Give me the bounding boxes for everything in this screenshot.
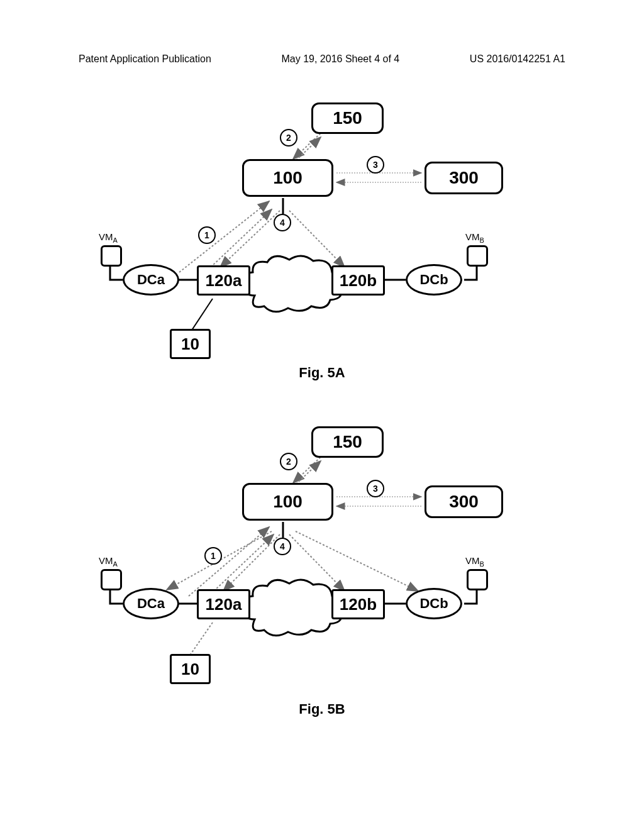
box-120a: 120a — [197, 589, 250, 619]
svg-line-23 — [190, 622, 213, 655]
step-1: 1 — [204, 547, 222, 565]
ellipse-dca: DCa — [123, 264, 179, 296]
svg-line-9 — [192, 299, 213, 330]
vm-a-box — [101, 569, 122, 590]
vm-a-label: VMA — [99, 555, 118, 568]
box-10: 10 — [170, 329, 211, 359]
ellipse-dcb: DCb — [406, 264, 462, 296]
svg-line-12 — [293, 455, 323, 483]
step-4: 4 — [274, 538, 291, 555]
figure-5a: 150 100 300 120a 120b 10 DCa DCb VMA VMB… — [0, 91, 644, 368]
step-2: 2 — [280, 453, 297, 470]
box-150: 150 — [311, 426, 384, 458]
vm-b-label: VMB — [465, 231, 484, 244]
cloud-shape — [239, 255, 346, 317]
header-right: US 2016/0142251 A1 — [470, 53, 565, 65]
step-1: 1 — [198, 226, 216, 244]
figure-5a-label: Fig. 5A — [299, 365, 345, 381]
header-left: Patent Application Publication — [79, 53, 211, 65]
vm-b-box — [467, 569, 488, 590]
ellipse-dca: DCa — [123, 588, 179, 619]
cloud-shape — [239, 578, 346, 641]
vm-a-label: VMA — [99, 231, 118, 244]
vm-b-box — [467, 245, 488, 267]
vm-b-label: VMB — [465, 555, 484, 568]
step-3: 3 — [367, 480, 384, 497]
figure-5b: 150 100 300 120a 120b 10 DCa DCb VMA VMB… — [0, 415, 644, 704]
box-100: 100 — [242, 483, 333, 521]
box-100: 100 — [242, 159, 333, 197]
header-center: May 19, 2016 Sheet 4 of 4 — [281, 53, 399, 65]
figure-5b-label: Fig. 5B — [299, 701, 345, 717]
box-300: 300 — [425, 162, 503, 194]
box-120b: 120b — [331, 265, 385, 296]
box-10: 10 — [170, 654, 211, 684]
step-2: 2 — [280, 129, 297, 147]
step-4: 4 — [274, 214, 291, 231]
box-120b: 120b — [331, 589, 385, 619]
box-150: 150 — [311, 102, 384, 134]
figure-5b-lines — [0, 415, 644, 704]
box-120a: 120a — [197, 265, 250, 296]
ellipse-dcb: DCb — [406, 588, 462, 619]
vm-a-box — [101, 245, 122, 267]
box-300: 300 — [425, 485, 503, 518]
svg-line-0 — [293, 131, 323, 159]
step-3: 3 — [367, 156, 384, 174]
page-header: Patent Application Publication May 19, 2… — [0, 53, 644, 65]
